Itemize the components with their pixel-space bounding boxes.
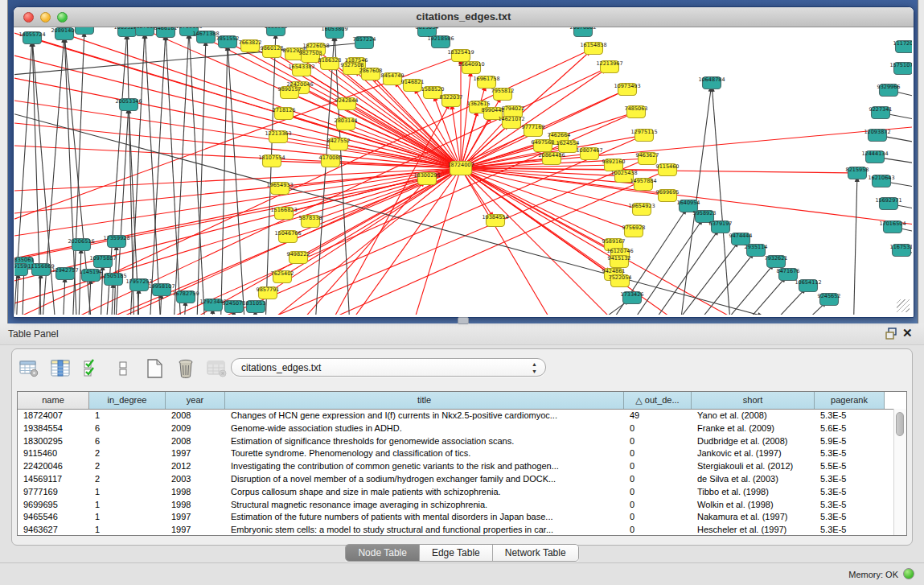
table-selector-combobox[interactable]: citations_edges.txt ▲▼ bbox=[231, 358, 546, 377]
cell-out_degree: 0 bbox=[624, 486, 692, 499]
svg-text:9890157: 9890157 bbox=[278, 86, 302, 93]
table-row[interactable]: 1830029562008Estimation of significance … bbox=[18, 435, 906, 448]
cell-title: Estimation of the future numbers of pati… bbox=[225, 511, 624, 524]
delete-table-icon[interactable] bbox=[207, 358, 228, 379]
cell-pagerank: 5.3E-5 bbox=[815, 486, 885, 499]
network-window-titlebar[interactable]: citations_edges.txt bbox=[14, 7, 914, 27]
table-panel-body: f(x) citations_edges.txt ▲▼ namein_degre… bbox=[11, 348, 913, 546]
split-handle[interactable] bbox=[458, 317, 469, 324]
table-row[interactable]: 911546021997Tourette syndrome. Phenomeno… bbox=[18, 447, 906, 460]
svg-text:9892160: 9892160 bbox=[602, 159, 626, 165]
cell-name: 9115460 bbox=[18, 447, 89, 460]
svg-text:15751074: 15751074 bbox=[889, 62, 912, 68]
close-panel-icon[interactable]: ✕ bbox=[902, 327, 913, 340]
column-header-filler bbox=[885, 392, 906, 409]
svg-text:12942757: 12942757 bbox=[51, 267, 78, 274]
column-header-out_degree[interactable]: △ out_de... bbox=[624, 392, 692, 409]
svg-text:10654112: 10654112 bbox=[795, 279, 821, 286]
memory-ok-icon bbox=[903, 568, 914, 579]
cell-out_degree: 0 bbox=[624, 447, 692, 460]
svg-text:14055724: 14055724 bbox=[18, 31, 45, 38]
cell-in_degree: 1 bbox=[89, 486, 166, 499]
svg-text:16543382: 16543382 bbox=[288, 64, 314, 70]
svg-text:10807467: 10807467 bbox=[576, 147, 602, 154]
select-column-icon[interactable] bbox=[50, 358, 71, 379]
svg-text:9498222: 9498222 bbox=[287, 251, 310, 257]
column-header-short[interactable]: short bbox=[692, 392, 815, 409]
svg-text:1624554: 1624554 bbox=[556, 140, 580, 146]
desktop-background: citations_edges.txt 14055724208914062206… bbox=[0, 0, 924, 323]
svg-text:7955812: 7955812 bbox=[491, 88, 515, 94]
svg-text:7485063: 7485063 bbox=[625, 105, 648, 112]
tab-network-table[interactable]: Network Table bbox=[493, 545, 578, 561]
svg-text:8813054: 8813054 bbox=[416, 27, 439, 31]
svg-text:10025438: 10025438 bbox=[610, 170, 637, 176]
cell-out_degree: 0 bbox=[624, 499, 692, 512]
float-panel-icon[interactable] bbox=[885, 328, 899, 340]
svg-text:8466161: 8466161 bbox=[154, 27, 178, 31]
svg-text:2867608: 2867608 bbox=[359, 68, 383, 74]
table-row[interactable]: 969969511998Structural magnetic resonanc… bbox=[18, 499, 906, 512]
svg-text:9756928: 9756928 bbox=[622, 225, 646, 231]
cell-year: 1998 bbox=[166, 499, 225, 512]
delete-icon[interactable] bbox=[175, 358, 196, 379]
cell-in_degree: 1 bbox=[89, 511, 166, 524]
tab-edge-table[interactable]: Edge Table bbox=[420, 545, 493, 561]
table-row[interactable]: 977716911998Corpus callosum shape and si… bbox=[18, 486, 906, 499]
cell-year: 1997 bbox=[166, 524, 225, 536]
svg-text:7522054: 7522054 bbox=[609, 274, 632, 281]
cell-title: Investigating the contribution of common… bbox=[225, 460, 624, 473]
svg-text:9777169: 9777169 bbox=[522, 124, 545, 130]
svg-text:18724007: 18724007 bbox=[447, 162, 474, 168]
select-all-rows-icon[interactable] bbox=[81, 358, 102, 379]
cell-short: Nakamura et al. (1997) bbox=[692, 511, 815, 524]
column-header-pagerank[interactable]: pagerank bbox=[815, 392, 885, 409]
cell-out_degree: 0 bbox=[624, 460, 692, 473]
svg-text:15166823: 15166823 bbox=[270, 207, 297, 213]
network-view[interactable]: 1405572420891406220651210653287152760284… bbox=[14, 27, 912, 315]
window-resize-grip[interactable] bbox=[897, 299, 910, 312]
svg-text:1527602: 1527602 bbox=[133, 27, 157, 30]
column-header-in_degree[interactable]: in_degree bbox=[89, 392, 166, 409]
table-row[interactable]: 1872400712008Changes of HCN gene express… bbox=[18, 410, 906, 422]
table-row[interactable]: 2242004622012Investigating the contribut… bbox=[18, 460, 906, 473]
tab-node-table[interactable]: Node Table bbox=[346, 545, 420, 561]
cell-pagerank: 5.3E-5 bbox=[815, 473, 885, 486]
table-row[interactable]: 1456911722003Disruption of a novel membe… bbox=[18, 473, 906, 486]
table-row[interactable]: 946554611997Estimation of the future num… bbox=[18, 511, 906, 524]
svg-text:20891406: 20891406 bbox=[51, 27, 77, 34]
svg-text:1588520: 1588520 bbox=[421, 86, 445, 93]
svg-text:9146821: 9146821 bbox=[401, 79, 425, 85]
svg-text:16961758: 16961758 bbox=[473, 76, 499, 82]
cell-short: Hescheler et al. (1997) bbox=[692, 524, 815, 536]
table-scrollbar[interactable] bbox=[893, 409, 906, 535]
svg-text:14621072: 14621072 bbox=[498, 116, 524, 122]
svg-text:7663822: 7663822 bbox=[239, 39, 262, 46]
cell-in_degree: 6 bbox=[89, 435, 166, 448]
svg-text:10648784: 10648784 bbox=[698, 76, 725, 83]
cell-short: Dudbridge et al. (2008) bbox=[692, 435, 815, 448]
table-settings-icon[interactable] bbox=[18, 358, 39, 379]
svg-text:5878338: 5878338 bbox=[299, 215, 322, 221]
column-header-title[interactable]: title bbox=[225, 392, 624, 409]
svg-text:20053346: 20053346 bbox=[115, 98, 142, 105]
column-header-year[interactable]: year bbox=[166, 392, 225, 409]
status-bar: Memory: OK bbox=[0, 562, 924, 585]
cell-short: Yano et al. (2008) bbox=[692, 410, 815, 422]
deselect-rows-icon[interactable] bbox=[113, 358, 133, 379]
new-document-icon[interactable] bbox=[144, 358, 165, 379]
svg-text:19384554: 19384554 bbox=[482, 214, 508, 220]
node-table: namein_degreeyeartitle△ out_de...shortpa… bbox=[17, 391, 907, 536]
svg-text:15692971: 15692971 bbox=[875, 197, 901, 204]
svg-text:12213363: 12213363 bbox=[265, 130, 291, 137]
table-row[interactable]: 1938455462009Genome-wide association stu… bbox=[18, 422, 906, 435]
svg-text:19654933: 19654933 bbox=[266, 182, 293, 188]
table-row[interactable]: 946362711997Embryonic stem cells: a mode… bbox=[18, 524, 906, 536]
network-graph: 1405572420891406220651210653287152760284… bbox=[14, 27, 912, 315]
cell-pagerank: 5.3E-5 bbox=[815, 524, 885, 536]
svg-text:10975887: 10975887 bbox=[89, 255, 116, 262]
svg-text:18107554: 18107554 bbox=[258, 154, 285, 161]
cell-pagerank: 5.5E-5 bbox=[815, 460, 885, 473]
table-scrollbar-thumb[interactable] bbox=[896, 412, 904, 436]
column-header-name[interactable]: name bbox=[18, 392, 89, 409]
